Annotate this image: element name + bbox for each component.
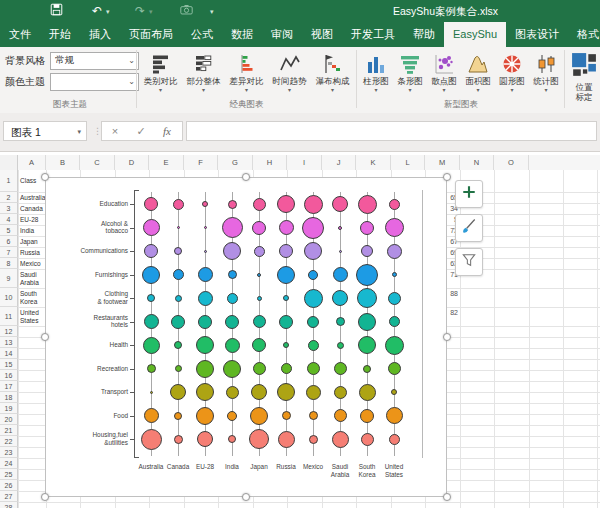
column-header-B[interactable]: B	[46, 155, 80, 170]
ribbon-tab-插入[interactable]: 插入	[80, 22, 120, 47]
column-header-A[interactable]: A	[18, 155, 46, 170]
chart-styles-button[interactable]	[455, 214, 483, 242]
row-header-8[interactable]: 8	[0, 258, 18, 269]
difference-compare-button[interactable]: 差异对比▾	[225, 52, 268, 94]
column-chart-button[interactable]: 柱形图▾	[359, 52, 393, 94]
row-header-11[interactable]: 11	[0, 307, 18, 326]
row-header-25[interactable]: 25	[0, 469, 18, 480]
chevron-down-icon[interactable]: ▾	[331, 87, 334, 94]
row-header-7[interactable]: 7	[0, 247, 18, 258]
stats-chart-button[interactable]: 统计图▾	[529, 52, 563, 94]
column-header-N[interactable]: N	[460, 155, 494, 170]
column-header-L[interactable]: L	[391, 155, 425, 170]
row-header-15[interactable]: 15	[0, 359, 18, 370]
cancel-icon[interactable]: ×	[102, 125, 128, 137]
undo-icon[interactable]: ↶	[92, 3, 102, 19]
scatter-chart-button[interactable]: 散点图▾	[427, 52, 461, 94]
chevron-down-icon[interactable]: ▾	[288, 87, 291, 94]
chevron-down-icon[interactable]: ▾	[374, 87, 377, 94]
row-header-13[interactable]: 13	[0, 337, 18, 348]
row-header-24[interactable]: 24	[0, 458, 18, 469]
column-header-F[interactable]: F	[184, 155, 218, 170]
chevron-down-icon[interactable]: ▾	[442, 87, 445, 94]
part-whole-button[interactable]: 部分整体▾	[182, 52, 225, 94]
formula-input[interactable]	[186, 121, 597, 141]
insert-function-icon[interactable]: fx	[154, 125, 180, 137]
row-header-26[interactable]: 26	[0, 480, 18, 491]
chevron-down-icon[interactable]: ▾	[544, 87, 547, 94]
ribbon-tab-格式[interactable]: 格式	[568, 22, 600, 47]
row-header-5[interactable]: 5	[0, 225, 18, 236]
select-all-corner[interactable]	[0, 155, 18, 170]
ribbon-tab-EasyShu[interactable]: EasyShu	[444, 22, 506, 47]
row-header-2[interactable]: 2	[0, 192, 18, 203]
column-header-D[interactable]: D	[115, 155, 149, 170]
column-header-H[interactable]: H	[253, 155, 287, 170]
row-header-21[interactable]: 21	[0, 425, 18, 436]
cell-A4[interactable]: EU-28	[20, 214, 45, 225]
undo-dropdown-icon[interactable]: ▾	[106, 8, 110, 16]
time-trend-button[interactable]: 时间趋势▾	[268, 52, 311, 94]
row-header-3[interactable]: 3	[0, 203, 18, 214]
chevron-down-icon[interactable]: ▾	[510, 87, 513, 94]
cell-A2[interactable]: Australia	[20, 192, 45, 203]
cell-A11[interactable]: United States	[20, 307, 45, 326]
row-header-17[interactable]: 17	[0, 381, 18, 392]
ribbon-tab-开发工具[interactable]: 开发工具	[342, 22, 404, 47]
background-style-select[interactable]: 常规⌄	[50, 52, 139, 70]
row-header-20[interactable]: 20	[0, 414, 18, 425]
row-header-6[interactable]: 6	[0, 236, 18, 247]
area-chart-button[interactable]: 面积图▾	[461, 52, 495, 94]
save-icon[interactable]	[50, 3, 63, 20]
row-header-14[interactable]: 14	[0, 348, 18, 359]
row-header-12[interactable]: 12	[0, 326, 18, 337]
ribbon-tab-帮助[interactable]: 帮助	[404, 22, 444, 47]
row-header-22[interactable]: 22	[0, 436, 18, 447]
cell-A6[interactable]: Japan	[20, 236, 45, 247]
enter-icon[interactable]: ✓	[128, 125, 154, 138]
ribbon-tab-数据[interactable]: 数据	[222, 22, 262, 47]
cell-A8[interactable]: Mexico	[20, 258, 45, 269]
cell-A3[interactable]: Canada	[20, 203, 45, 214]
row-header-16[interactable]: 16	[0, 370, 18, 381]
category-compare-button[interactable]: 类别对比▾	[139, 52, 182, 94]
row-header-1[interactable]: 1	[0, 170, 18, 192]
cell-A7[interactable]: Russia	[20, 247, 45, 258]
row-header-23[interactable]: 23	[0, 447, 18, 458]
cell-A5[interactable]: India	[20, 225, 45, 236]
name-box[interactable]: 图表 1▾	[3, 121, 87, 141]
ribbon-tab-审阅[interactable]: 审阅	[262, 22, 302, 47]
column-header-G[interactable]: G	[218, 155, 253, 170]
chart-filters-button[interactable]	[455, 248, 483, 276]
ribbon-tab-视图[interactable]: 视图	[302, 22, 342, 47]
column-header-I[interactable]: I	[287, 155, 322, 170]
row-header-28[interactable]: 28	[0, 502, 18, 508]
chevron-down-icon[interactable]: ▾	[202, 87, 205, 94]
cell-A9[interactable]: Saudi Arabia	[20, 269, 45, 288]
bubble-chart-object[interactable]: EducationAlcohol & tobaccoCommunications…	[45, 177, 447, 497]
chevron-down-icon[interactable]: ▾	[408, 87, 411, 94]
chevron-down-icon[interactable]: ▾	[159, 87, 162, 94]
ribbon-tab-图表设计[interactable]: 图表设计	[506, 22, 568, 47]
customize-quick-access-icon[interactable]: ▾	[210, 8, 214, 16]
ribbon-tab-公式[interactable]: 公式	[182, 22, 222, 47]
column-header-E[interactable]: E	[149, 155, 184, 170]
row-header-4[interactable]: 4	[0, 214, 18, 225]
waterfall-button[interactable]: 瀑布构成▾	[311, 52, 354, 94]
row-header-9[interactable]: 9	[0, 269, 18, 288]
ribbon-tab-开始[interactable]: 开始	[40, 22, 80, 47]
pie-chart-button[interactable]: 圆形图▾	[495, 52, 529, 94]
position-calibration-button[interactable]: 位置 标定	[567, 52, 600, 102]
ribbon-tab-页面布局[interactable]: 页面布局	[120, 22, 182, 47]
column-header-J[interactable]: J	[322, 155, 356, 170]
column-header-M[interactable]: M	[425, 155, 460, 170]
cell-A10[interactable]: South Korea	[20, 288, 45, 307]
column-header-K[interactable]: K	[356, 155, 391, 170]
row-header-27[interactable]: 27	[0, 491, 18, 502]
color-theme-select[interactable]: ⌄	[50, 73, 139, 91]
column-header-C[interactable]: C	[80, 155, 115, 170]
column-header-O[interactable]: O	[494, 155, 529, 170]
cell-A1[interactable]: Class	[20, 170, 45, 192]
chevron-down-icon[interactable]: ▾	[476, 87, 479, 94]
row-header-19[interactable]: 19	[0, 403, 18, 414]
